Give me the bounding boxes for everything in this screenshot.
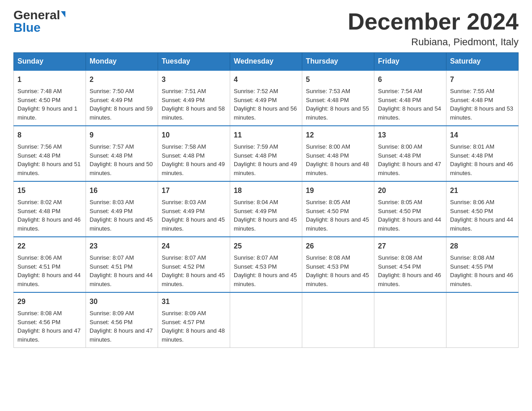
day-info: Sunrise: 8:07 AMSunset: 4:51 PMDaylight:… [90,254,153,287]
day-info: Sunrise: 8:08 AMSunset: 4:55 PMDaylight:… [450,254,513,287]
day-number: 5 [306,74,370,85]
day-info: Sunrise: 7:59 AMSunset: 4:48 PMDaylight:… [234,143,297,176]
calendar-cell: 12 Sunrise: 8:00 AMSunset: 4:48 PMDaylig… [302,126,374,181]
calendar-cell: 13 Sunrise: 8:00 AMSunset: 4:48 PMDaylig… [374,126,446,181]
calendar-cell: 25 Sunrise: 8:07 AMSunset: 4:53 PMDaylig… [230,237,302,292]
calendar-week-row: 15 Sunrise: 8:02 AMSunset: 4:48 PMDaylig… [14,181,519,237]
logo-blue-text: Blue [13,21,65,34]
calendar-cell [374,292,446,348]
day-info: Sunrise: 8:00 AMSunset: 4:48 PMDaylight:… [378,143,441,176]
day-info: Sunrise: 8:04 AMSunset: 4:49 PMDaylight:… [234,199,297,232]
day-number: 20 [378,185,442,196]
day-number: 7 [450,74,515,85]
calendar-cell [302,292,374,348]
logo-general-text: General [13,9,60,21]
day-info: Sunrise: 7:51 AMSunset: 4:49 PMDaylight:… [162,88,225,121]
day-number: 29 [17,296,82,307]
day-info: Sunrise: 8:08 AMSunset: 4:54 PMDaylight:… [378,254,441,287]
day-info: Sunrise: 8:06 AMSunset: 4:51 PMDaylight:… [17,254,81,287]
day-info: Sunrise: 8:05 AMSunset: 4:50 PMDaylight:… [378,199,441,232]
calendar-table: SundayMondayTuesdayWednesdayThursdayFrid… [13,52,519,348]
day-info: Sunrise: 7:55 AMSunset: 4:48 PMDaylight:… [450,88,513,121]
calendar-cell: 8 Sunrise: 7:56 AMSunset: 4:48 PMDayligh… [14,126,86,181]
calendar-cell: 14 Sunrise: 8:01 AMSunset: 4:48 PMDaylig… [446,126,519,181]
calendar-cell [446,292,519,348]
calendar-cell [230,292,302,348]
calendar-week-row: 22 Sunrise: 8:06 AMSunset: 4:51 PMDaylig… [14,237,519,292]
calendar-cell: 19 Sunrise: 8:05 AMSunset: 4:50 PMDaylig… [302,181,374,237]
day-number: 1 [17,74,82,85]
col-header-wednesday: Wednesday [230,53,302,71]
day-number: 11 [234,130,298,141]
col-header-friday: Friday [374,53,446,71]
day-number: 31 [162,296,226,307]
day-number: 12 [306,130,370,141]
calendar-cell: 4 Sunrise: 7:52 AMSunset: 4:49 PMDayligh… [230,70,302,126]
calendar-header-row: SundayMondayTuesdayWednesdayThursdayFrid… [14,53,519,71]
day-number: 22 [17,241,82,252]
day-number: 6 [378,74,442,85]
col-header-sunday: Sunday [14,53,86,71]
calendar-week-row: 8 Sunrise: 7:56 AMSunset: 4:48 PMDayligh… [14,126,519,181]
day-number: 21 [450,185,515,196]
day-info: Sunrise: 8:08 AMSunset: 4:56 PMDaylight:… [17,310,81,343]
calendar-cell: 28 Sunrise: 8:08 AMSunset: 4:55 PMDaylig… [446,237,519,292]
calendar-cell: 29 Sunrise: 8:08 AMSunset: 4:56 PMDaylig… [14,292,86,348]
day-info: Sunrise: 8:03 AMSunset: 4:49 PMDaylight:… [90,199,153,232]
day-info: Sunrise: 8:08 AMSunset: 4:53 PMDaylight:… [306,254,369,287]
logo-triangle-icon [61,11,65,17]
day-number: 26 [306,241,370,252]
day-number: 10 [162,130,226,141]
day-info: Sunrise: 8:00 AMSunset: 4:48 PMDaylight:… [306,143,369,176]
page-title: December 2024 [348,9,519,34]
day-number: 15 [17,185,82,196]
calendar-cell: 24 Sunrise: 8:07 AMSunset: 4:52 PMDaylig… [158,237,230,292]
calendar-cell: 3 Sunrise: 7:51 AMSunset: 4:49 PMDayligh… [158,70,230,126]
col-header-tuesday: Tuesday [158,53,230,71]
day-info: Sunrise: 7:52 AMSunset: 4:49 PMDaylight:… [234,88,297,121]
calendar-cell: 5 Sunrise: 7:53 AMSunset: 4:48 PMDayligh… [302,70,374,126]
day-info: Sunrise: 8:01 AMSunset: 4:48 PMDaylight:… [450,143,513,176]
day-number: 19 [306,185,370,196]
day-info: Sunrise: 8:07 AMSunset: 4:53 PMDaylight:… [234,254,297,287]
day-number: 18 [234,185,298,196]
calendar-cell: 30 Sunrise: 8:09 AMSunset: 4:56 PMDaylig… [86,292,158,348]
calendar-cell: 23 Sunrise: 8:07 AMSunset: 4:51 PMDaylig… [86,237,158,292]
day-number: 16 [90,185,154,196]
col-header-monday: Monday [86,53,158,71]
day-number: 9 [90,130,154,141]
title-block: December 2024 Rubiana, Piedmont, Italy [348,9,519,48]
calendar-cell: 22 Sunrise: 8:06 AMSunset: 4:51 PMDaylig… [14,237,86,292]
calendar-cell: 2 Sunrise: 7:50 AMSunset: 4:49 PMDayligh… [86,70,158,126]
col-header-saturday: Saturday [446,53,519,71]
calendar-cell: 21 Sunrise: 8:06 AMSunset: 4:50 PMDaylig… [446,181,519,237]
day-info: Sunrise: 7:57 AMSunset: 4:48 PMDaylight:… [90,143,153,176]
col-header-thursday: Thursday [302,53,374,71]
day-info: Sunrise: 8:07 AMSunset: 4:52 PMDaylight:… [162,254,225,287]
day-info: Sunrise: 8:09 AMSunset: 4:56 PMDaylight:… [90,310,153,343]
day-info: Sunrise: 8:05 AMSunset: 4:50 PMDaylight:… [306,199,369,232]
calendar-week-row: 29 Sunrise: 8:08 AMSunset: 4:56 PMDaylig… [14,292,519,348]
day-number: 3 [162,74,226,85]
day-number: 4 [234,74,298,85]
day-info: Sunrise: 7:48 AMSunset: 4:50 PMDaylight:… [17,88,77,121]
page-header: General Blue December 2024 Rubiana, Pied… [13,9,519,48]
day-info: Sunrise: 8:06 AMSunset: 4:50 PMDaylight:… [450,199,513,232]
day-info: Sunrise: 7:54 AMSunset: 4:48 PMDaylight:… [378,88,441,121]
calendar-cell: 10 Sunrise: 7:58 AMSunset: 4:48 PMDaylig… [158,126,230,181]
calendar-cell: 27 Sunrise: 8:08 AMSunset: 4:54 PMDaylig… [374,237,446,292]
page-subtitle: Rubiana, Piedmont, Italy [348,36,519,48]
calendar-cell: 20 Sunrise: 8:05 AMSunset: 4:50 PMDaylig… [374,181,446,237]
day-number: 27 [378,241,442,252]
day-number: 14 [450,130,515,141]
day-info: Sunrise: 8:03 AMSunset: 4:49 PMDaylight:… [162,199,225,232]
calendar-cell: 7 Sunrise: 7:55 AMSunset: 4:48 PMDayligh… [446,70,519,126]
calendar-cell: 9 Sunrise: 7:57 AMSunset: 4:48 PMDayligh… [86,126,158,181]
calendar-cell: 11 Sunrise: 7:59 AMSunset: 4:48 PMDaylig… [230,126,302,181]
calendar-cell: 18 Sunrise: 8:04 AMSunset: 4:49 PMDaylig… [230,181,302,237]
calendar-cell: 16 Sunrise: 8:03 AMSunset: 4:49 PMDaylig… [86,181,158,237]
day-info: Sunrise: 7:50 AMSunset: 4:49 PMDaylight:… [90,88,153,121]
calendar-cell: 1 Sunrise: 7:48 AMSunset: 4:50 PMDayligh… [14,70,86,126]
day-info: Sunrise: 7:53 AMSunset: 4:48 PMDaylight:… [306,88,369,121]
day-number: 8 [17,130,82,141]
